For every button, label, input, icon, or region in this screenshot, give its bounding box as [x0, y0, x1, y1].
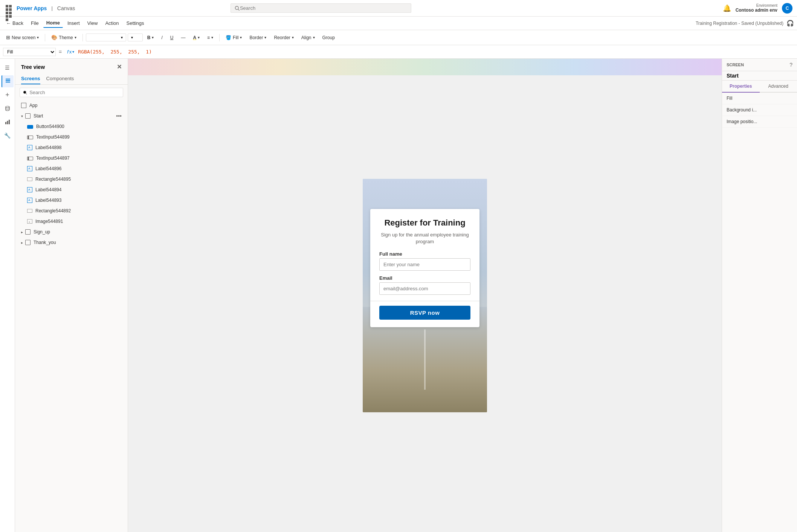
tree-body: App Start ••• Button544900 TextInput5448…	[15, 100, 128, 532]
tree-close-button[interactable]: ✕	[117, 63, 122, 70]
tree-item-textinput544897[interactable]: TextInput544897	[15, 153, 128, 163]
new-screen-chevron	[37, 35, 39, 40]
thankyou-expand-icon[interactable]	[21, 241, 23, 245]
fill-chevron	[240, 35, 242, 40]
full-name-input[interactable]	[379, 258, 470, 271]
align-button[interactable]: ≡	[204, 34, 216, 42]
tree-item-label544893[interactable]: Label544893	[15, 195, 128, 206]
app-title[interactable]: Power Apps	[17, 5, 47, 11]
strikethrough-label: —	[181, 35, 185, 40]
underline-button[interactable]: U	[167, 34, 177, 42]
tree-item-textinput544899[interactable]: TextInput544899	[15, 132, 128, 142]
environment-info: Environment Contoso admin env	[736, 3, 777, 13]
app-canvas-label: Canvas	[57, 5, 75, 11]
tree-search-input[interactable]	[29, 90, 120, 95]
prop-fill[interactable]: Fill	[722, 93, 797, 104]
font-family-dropdown[interactable]	[86, 34, 126, 41]
menu-bar: ← Back File Home Insert View Action Sett…	[0, 17, 797, 30]
app-preview: Register for Training Sign up for the an…	[363, 179, 487, 412]
menu-view[interactable]: View	[84, 19, 101, 27]
tree-item-thank-you[interactable]: Thank_you	[15, 237, 128, 248]
analytics-icon[interactable]	[2, 116, 14, 128]
property-selector[interactable]: Fill	[3, 48, 56, 56]
canvas-area: Register for Training Sign up for the an…	[128, 59, 722, 532]
border-chevron	[264, 35, 266, 40]
tree-item-label544896[interactable]: Label544896	[15, 163, 128, 174]
fx-button[interactable]: f x ▾	[65, 49, 76, 55]
data-icon[interactable]	[2, 102, 14, 114]
new-screen-label: New screen	[12, 35, 35, 40]
props-screen-name: Start	[722, 71, 797, 81]
label-icon-3	[27, 187, 32, 192]
tree-search-bar[interactable]	[20, 88, 123, 97]
tools-icon[interactable]: 🔧	[2, 130, 14, 142]
border-label: Border	[249, 35, 263, 40]
fx-icon: f	[67, 49, 69, 55]
app-grid-icon[interactable]	[5, 4, 14, 13]
top-bar-left: Power Apps | Canvas	[5, 4, 75, 13]
tree-item-label544898[interactable]: Label544898	[15, 142, 128, 153]
signup-expand-icon[interactable]	[21, 230, 23, 234]
notification-icon[interactable]: 🔔	[723, 4, 731, 12]
hamburger-menu-icon[interactable]: ☰	[2, 62, 14, 74]
tab-advanced[interactable]: Advanced	[760, 81, 797, 92]
signup-screen-icon	[25, 229, 31, 235]
bold-button[interactable]: B	[144, 34, 157, 42]
align-label: ≡	[207, 35, 210, 40]
search-input[interactable]	[240, 5, 407, 11]
tree-panel: Tree view ✕ Screens Components App	[15, 59, 128, 532]
tab-properties[interactable]: Properties	[722, 81, 760, 93]
tree-item-button544900[interactable]: Button544900	[15, 121, 128, 132]
email-input[interactable]	[379, 282, 470, 295]
font-size-dropdown[interactable]	[128, 34, 143, 41]
strikethrough-button[interactable]: —	[178, 34, 188, 42]
button-icon	[27, 125, 33, 129]
tab-screens[interactable]: Screens	[21, 73, 40, 84]
rsvp-button[interactable]: RSVP now	[379, 306, 470, 320]
formula-input[interactable]	[78, 49, 794, 55]
menu-action[interactable]: Action	[102, 19, 122, 27]
start-expand-icon[interactable]	[21, 114, 23, 118]
start-more-icon[interactable]: •••	[116, 113, 122, 119]
rect-icon-1	[27, 177, 32, 181]
user-avatar[interactable]: C	[782, 3, 792, 14]
tree-search-icon	[23, 90, 27, 95]
add-icon[interactable]: +	[2, 89, 14, 101]
tree-item-rectangle544892[interactable]: Rectangle544892	[15, 206, 128, 216]
top-bar: Power Apps | Canvas 🔔 Environment Contos…	[0, 0, 797, 17]
svg-point-0	[235, 6, 239, 9]
menu-settings[interactable]: Settings	[124, 19, 147, 27]
menu-file[interactable]: File	[28, 19, 42, 27]
tree-item-start[interactable]: Start •••	[15, 111, 128, 121]
prop-background-image[interactable]: Background i...	[722, 104, 797, 116]
tab-components[interactable]: Components	[46, 73, 74, 84]
textinput-icon-1	[27, 136, 33, 139]
reorder-button[interactable]: Reorder	[271, 34, 296, 42]
form-card: Register for Training Sign up for the an…	[370, 209, 479, 328]
font-color-button[interactable]: A	[190, 34, 203, 42]
tree-item-app[interactable]: App	[15, 100, 128, 111]
group-button[interactable]: Group	[319, 34, 338, 42]
prop-image-position[interactable]: Image positio...	[722, 116, 797, 128]
reorder-label: Reorder	[274, 35, 290, 40]
tree-item-label544894[interactable]: Label544894	[15, 184, 128, 195]
global-search-bar[interactable]	[231, 3, 411, 13]
theme-button[interactable]: 🎨 Theme	[48, 33, 79, 42]
toolbar-sep-3	[219, 34, 220, 41]
help-icon[interactable]: ?	[789, 62, 792, 68]
fill-button[interactable]: 🪣 Fill	[223, 34, 245, 42]
tree-item-rectangle544895[interactable]: Rectangle544895	[15, 174, 128, 184]
tree-item-image544891[interactable]: Image544891	[15, 216, 128, 227]
props-header: SCREEN ?	[722, 59, 797, 71]
align-right-button[interactable]: Align	[298, 34, 318, 42]
layers-icon[interactable]	[2, 75, 14, 87]
headset-icon[interactable]: 🎧	[786, 20, 794, 27]
tree-item-sign-up[interactable]: Sign_up	[15, 227, 128, 237]
rectangle544895-label: Rectangle544895	[35, 177, 71, 182]
new-screen-button[interactable]: ⊞ New screen	[3, 33, 42, 42]
italic-button[interactable]: /	[158, 34, 165, 42]
thankyou-screen-label: Thank_you	[34, 240, 56, 245]
border-button[interactable]: Border	[246, 34, 269, 42]
menu-insert[interactable]: Insert	[64, 19, 83, 27]
menu-home[interactable]: Home	[43, 18, 63, 28]
